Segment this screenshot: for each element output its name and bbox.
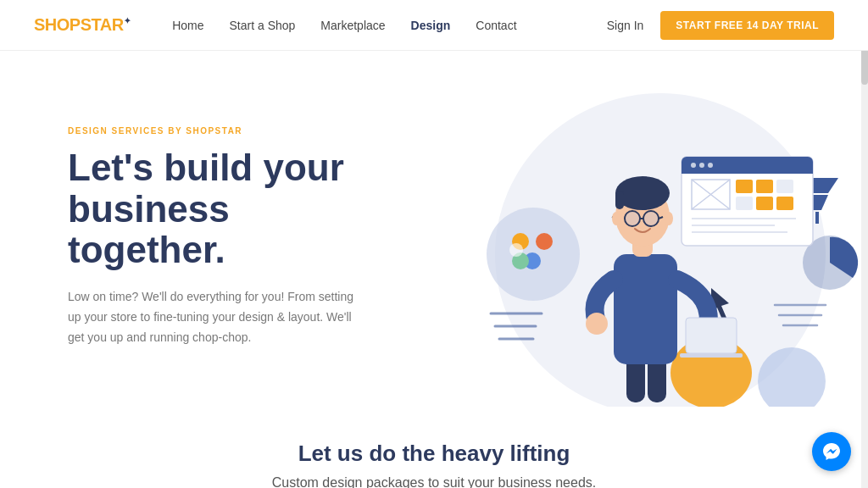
hero-label: DESIGN SERVICES BY SHOPSTAR xyxy=(68,126,356,136)
hero-illustration xyxy=(410,68,868,407)
svg-point-60 xyxy=(665,212,673,225)
svg-point-6 xyxy=(509,243,523,257)
svg-point-57 xyxy=(626,212,639,225)
svg-point-3 xyxy=(536,233,553,250)
svg-rect-33 xyxy=(756,197,773,210)
svg-rect-30 xyxy=(756,180,773,193)
cta-button[interactable]: START FREE 14 DAY TRIAL xyxy=(660,11,834,40)
nav-contact[interactable]: Contact xyxy=(476,19,516,32)
nav-marketplace[interactable]: Marketplace xyxy=(320,19,385,32)
hero-section: DESIGN SERVICES BY SHOPSTAR Let's build … xyxy=(0,51,868,407)
nav-home[interactable]: Home xyxy=(172,19,203,32)
svg-rect-32 xyxy=(736,197,753,210)
svg-rect-46 xyxy=(686,318,737,353)
svg-rect-43 xyxy=(614,254,677,364)
svg-point-24 xyxy=(699,163,704,168)
hero-text-block: DESIGN SERVICES BY SHOPSTAR Let's build … xyxy=(68,126,356,348)
hero-title: Let's build your business together. xyxy=(68,147,356,270)
svg-point-23 xyxy=(691,163,696,168)
svg-point-59 xyxy=(612,212,620,225)
hero-description: Low on time? We'll do everything for you… xyxy=(68,287,356,347)
nav-links: Home Start a Shop Marketplace Design Con… xyxy=(172,19,607,32)
svg-rect-9 xyxy=(815,212,819,224)
logo-star: ✦ xyxy=(124,16,131,25)
bottom-title: Let us do the heavy lifting xyxy=(34,441,834,467)
nav-design[interactable]: Design xyxy=(411,19,451,32)
navbar: SHOPSTAR✦ Home Start a Shop Marketplace … xyxy=(0,0,868,51)
bottom-section: Let us do the heavy lifting Custom desig… xyxy=(0,407,868,488)
logo[interactable]: SHOPSTAR✦ xyxy=(34,15,130,35)
nav-start-shop[interactable]: Start a Shop xyxy=(230,19,296,32)
messenger-icon xyxy=(821,441,842,462)
sign-in-link[interactable]: Sign In xyxy=(607,19,644,32)
chat-button[interactable] xyxy=(812,432,851,471)
svg-rect-34 xyxy=(776,197,793,210)
svg-rect-31 xyxy=(776,180,793,193)
svg-rect-51 xyxy=(615,191,624,209)
svg-point-45 xyxy=(586,313,608,335)
svg-rect-29 xyxy=(736,180,753,193)
bottom-subtitle: Custom design packages to suit your busi… xyxy=(34,475,834,488)
scrollbar[interactable] xyxy=(861,0,868,488)
svg-rect-47 xyxy=(680,353,743,358)
svg-point-58 xyxy=(644,212,658,225)
nav-right: Sign In START FREE 14 DAY TRIAL xyxy=(607,11,834,40)
svg-point-25 xyxy=(708,163,713,168)
logo-text: SHOPSTAR xyxy=(34,15,124,34)
